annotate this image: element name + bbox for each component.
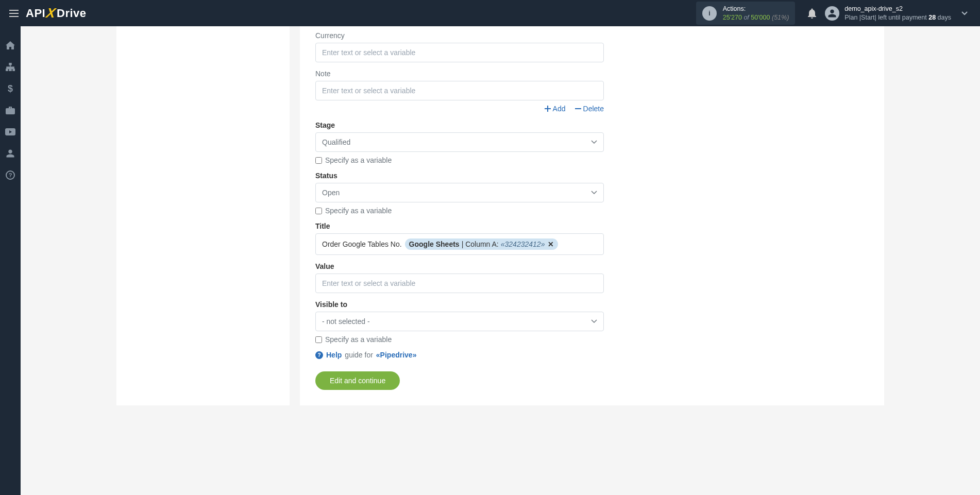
chevron-down-icon bbox=[591, 319, 597, 323]
logo-text-post: Drive bbox=[57, 7, 87, 20]
visible-specify-checkbox[interactable] bbox=[315, 336, 322, 343]
title-variable-tag[interactable]: Google Sheets | Column A: «324232412» ✕ bbox=[405, 238, 559, 250]
sidebar-video-icon[interactable] bbox=[0, 122, 21, 142]
visible-value: - not selected - bbox=[322, 317, 370, 326]
minus-icon bbox=[575, 106, 581, 112]
help-guide: guide for bbox=[345, 351, 373, 359]
value-input-field[interactable] bbox=[322, 279, 597, 287]
field-value: Value bbox=[315, 262, 604, 293]
user-name: demo_apix-drive_s2 bbox=[844, 5, 951, 13]
tag-source: Google Sheets bbox=[409, 240, 460, 248]
plan-label: Plan bbox=[844, 14, 857, 21]
top-header: APIXDrive i Actions: 25'270 of 50'000 (5… bbox=[0, 0, 980, 26]
sidebar: $ ? bbox=[0, 26, 21, 405]
sidebar-help-icon[interactable]: ? bbox=[0, 165, 21, 185]
field-note: Note bbox=[315, 70, 604, 100]
stage-specify-checkbox[interactable] bbox=[315, 157, 322, 164]
actions-used: 25'270 bbox=[723, 14, 742, 21]
user-info: demo_apix-drive_s2 Plan |Start| left unt… bbox=[844, 5, 951, 22]
currency-input[interactable] bbox=[315, 43, 604, 62]
page: Currency Note Add bbox=[21, 26, 980, 405]
visible-select[interactable]: - not selected - bbox=[315, 312, 604, 331]
avatar-icon bbox=[825, 6, 839, 21]
sidebar-home-icon[interactable] bbox=[0, 36, 21, 55]
logo-text-pre: API bbox=[26, 7, 45, 20]
actions-label: Actions: bbox=[723, 5, 789, 13]
stage-specify-label: Specify as a variable bbox=[325, 156, 392, 164]
field-visible-to: Visible to - not selected - Specify as a… bbox=[315, 300, 604, 344]
status-label: Status bbox=[315, 172, 604, 180]
field-stage: Stage Qualified Specify as a variable bbox=[315, 121, 604, 164]
stage-label: Stage bbox=[315, 121, 604, 129]
note-actions: Add Delete bbox=[315, 105, 604, 113]
field-status: Status Open Specify as a variable bbox=[315, 172, 604, 215]
visible-label: Visible to bbox=[315, 300, 604, 309]
value-label: Value bbox=[315, 262, 604, 270]
currency-label: Currency bbox=[315, 31, 604, 40]
help-link[interactable]: ? Help guide for «Pipedrive» bbox=[315, 351, 604, 359]
chevron-down-icon bbox=[591, 140, 597, 144]
note-input-field[interactable] bbox=[322, 87, 597, 95]
title-prefix: Order Google Tables No. bbox=[322, 240, 402, 248]
delete-label: Delete bbox=[583, 105, 604, 113]
actions-text: Actions: 25'270 of 50'000 (51%) bbox=[723, 5, 789, 22]
note-input[interactable] bbox=[315, 81, 604, 100]
help-service: «Pipedrive» bbox=[376, 351, 417, 359]
svg-text:?: ? bbox=[317, 352, 320, 358]
form-panel: Currency Note Add bbox=[300, 26, 884, 405]
logo[interactable]: APIXDrive bbox=[26, 5, 87, 21]
plan-left: left until payment bbox=[878, 14, 927, 21]
edit-continue-button[interactable]: Edit and continue bbox=[315, 371, 400, 390]
stage-select[interactable]: Qualified bbox=[315, 132, 604, 152]
status-select[interactable]: Open bbox=[315, 183, 604, 202]
user-menu[interactable]: demo_apix-drive_s2 Plan |Start| left unt… bbox=[821, 5, 955, 22]
actions-total: 50'000 bbox=[751, 14, 770, 21]
stage-specify-var[interactable]: Specify as a variable bbox=[315, 156, 604, 164]
bell-icon[interactable] bbox=[803, 4, 821, 23]
title-input[interactable]: Order Google Tables No. Google Sheets | … bbox=[315, 233, 604, 255]
svg-text:?: ? bbox=[9, 172, 12, 178]
help-circle-icon: ? bbox=[315, 351, 323, 359]
tag-remove-icon[interactable]: ✕ bbox=[548, 240, 554, 248]
add-button[interactable]: Add bbox=[545, 105, 566, 113]
hamburger-icon[interactable] bbox=[6, 7, 22, 20]
actions-of: of bbox=[744, 14, 749, 21]
plus-icon bbox=[545, 106, 551, 112]
sidebar-briefcase-icon[interactable] bbox=[0, 100, 21, 120]
status-specify-label: Specify as a variable bbox=[325, 207, 392, 215]
tag-value: «324232412» bbox=[501, 240, 545, 248]
actions-status[interactable]: i Actions: 25'270 of 50'000 (51%) bbox=[696, 2, 796, 25]
status-specify-var[interactable]: Specify as a variable bbox=[315, 207, 604, 215]
value-input[interactable] bbox=[315, 274, 604, 293]
title-label: Title bbox=[315, 222, 604, 230]
content-row: Currency Note Add bbox=[116, 26, 884, 405]
tag-column: | Column A: bbox=[462, 240, 499, 248]
logo-text-x: X bbox=[44, 5, 58, 21]
plan-days: 28 bbox=[928, 14, 936, 21]
status-value: Open bbox=[322, 189, 340, 197]
left-panel bbox=[116, 26, 290, 405]
chevron-down-icon[interactable] bbox=[955, 11, 974, 15]
field-currency: Currency bbox=[315, 31, 604, 62]
delete-button[interactable]: Delete bbox=[575, 105, 604, 113]
visible-specify-label: Specify as a variable bbox=[325, 335, 392, 344]
currency-input-field[interactable] bbox=[322, 48, 597, 57]
add-label: Add bbox=[553, 105, 566, 113]
plan-days-unit: days bbox=[938, 14, 951, 21]
note-label: Note bbox=[315, 70, 604, 78]
svg-text:$: $ bbox=[8, 84, 13, 93]
svg-text:i: i bbox=[708, 10, 710, 17]
sidebar-user-icon[interactable] bbox=[0, 144, 21, 163]
visible-specify-var[interactable]: Specify as a variable bbox=[315, 335, 604, 344]
help-word: Help bbox=[326, 351, 342, 359]
plan-name: Start bbox=[861, 14, 874, 21]
field-title: Title Order Google Tables No. Google She… bbox=[315, 222, 604, 255]
sidebar-dollar-icon[interactable]: $ bbox=[0, 79, 21, 98]
info-icon: i bbox=[702, 6, 717, 21]
sidebar-connections-icon[interactable] bbox=[0, 57, 21, 77]
actions-pct: (51%) bbox=[772, 14, 789, 21]
chevron-down-icon bbox=[591, 191, 597, 195]
status-specify-checkbox[interactable] bbox=[315, 208, 322, 214]
stage-value: Qualified bbox=[322, 138, 350, 146]
